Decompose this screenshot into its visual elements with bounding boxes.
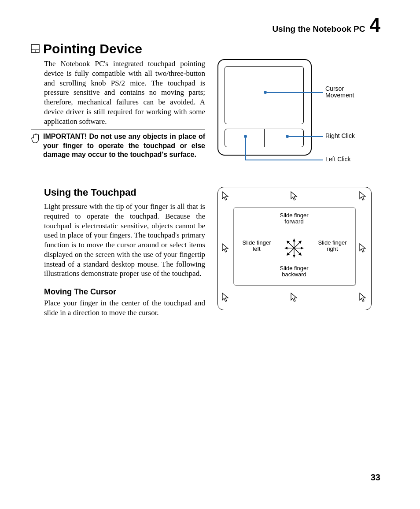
cursor-icon: [291, 191, 298, 201]
section2-title: Using the Touchpad: [44, 187, 205, 198]
running-header: Using the Notebook PC 4: [44, 15, 380, 35]
cursor-icon: [291, 293, 298, 302]
cursor-icon: [222, 243, 229, 253]
label-slide-left: Slide fingerleft: [237, 240, 276, 253]
cursor-icon: [222, 293, 229, 302]
cursor-icon: [359, 191, 366, 201]
label-right-click: Right Click: [325, 133, 355, 139]
section2-body: Light pressure with the tip of your fing…: [44, 202, 205, 279]
important-hand-icon: [31, 133, 41, 145]
section1-title: Pointing Device: [43, 41, 142, 56]
page-number: 33: [371, 472, 380, 483]
label-cursor-movement: CursorMovement: [325, 85, 354, 99]
cursor-icon: [359, 243, 366, 253]
label-left-click: Left Click: [325, 156, 351, 163]
touchpad-labels-figure: CursorMovement Right Click Left Click: [217, 59, 380, 165]
touchpad-glyph-icon: [31, 44, 40, 53]
touchpad-buttons: [225, 129, 304, 147]
section2-sub-body: Place your finger in the center of the t…: [44, 298, 205, 318]
label-slide-backward: Slide fingerbackward: [274, 265, 314, 278]
chapter-number: 4: [370, 15, 380, 35]
important-note: IMPORTANT! Do not use any objects in pla…: [43, 132, 205, 159]
label-slide-forward: Slide fingerforward: [274, 212, 314, 225]
cursor-icon: [222, 191, 229, 201]
cursor-icon: [359, 293, 366, 302]
header-text: Using the Notebook PC: [272, 24, 365, 34]
touchpad-pad: [225, 66, 304, 124]
header-rule: [44, 35, 380, 35]
label-slide-right: Slide fingerright: [313, 240, 352, 253]
direction-arrows-icon: [284, 238, 305, 259]
section2-subtitle: Moving The Cursor: [44, 287, 205, 297]
section1-body: The Notebook PC's integrated touchpad po…: [44, 59, 205, 126]
touchpad-directions-figure: Slide fingerforward Slide fingerleft Sli…: [217, 187, 380, 315]
